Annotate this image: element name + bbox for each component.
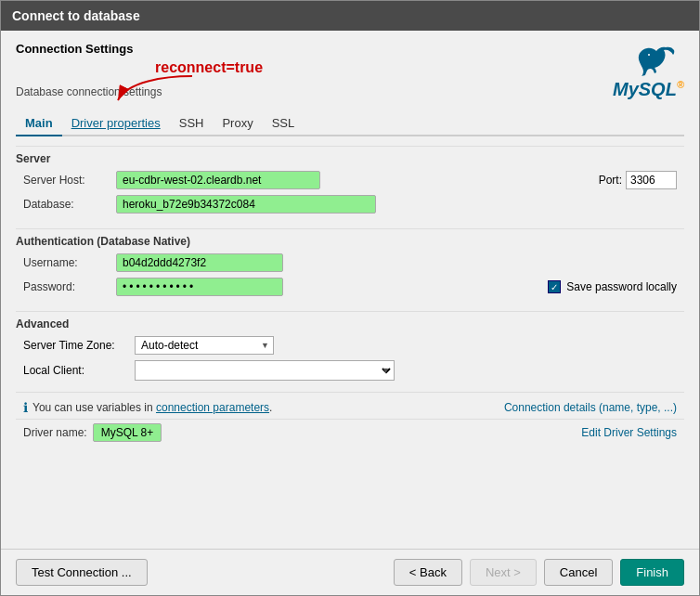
server-host-input[interactable]	[116, 171, 320, 189]
tab-ssh[interactable]: SSH	[170, 111, 214, 136]
tab-proxy[interactable]: Proxy	[213, 111, 262, 136]
database-label: Database:	[23, 198, 116, 211]
back-button[interactable]: < Back	[394, 559, 462, 586]
local-client-dropdown[interactable]	[135, 360, 395, 381]
local-client-dropdown-wrapper	[135, 360, 395, 381]
mysql-logo: MySQL®	[613, 42, 684, 100]
title-bar: Connect to database	[1, 1, 699, 31]
driver-row: Driver name: MySQL 8+ Edit Driver Settin…	[16, 419, 684, 446]
password-label: Password:	[23, 280, 116, 293]
server-host-label: Server Host:	[23, 174, 116, 187]
database-input[interactable]	[116, 195, 376, 214]
database-row: Database:	[16, 195, 684, 214]
advanced-section: Advanced Server Time Zone: Auto-detect L…	[16, 311, 684, 386]
password-input[interactable]	[116, 278, 283, 296]
username-label: Username:	[23, 256, 116, 269]
connection-settings-title: Connection Settings	[16, 42, 613, 56]
save-password-group: ✓ Save password locally	[548, 280, 677, 293]
save-password-label: Save password locally	[566, 280, 677, 293]
tab-driver-properties[interactable]: Driver properties	[62, 111, 170, 136]
test-connection-button[interactable]: Test Connection ...	[16, 559, 148, 586]
window-title: Connect to database	[12, 8, 140, 23]
local-client-row: Local Client:	[16, 360, 684, 381]
connect-to-database-window: Connect to database Connection Settings …	[0, 0, 700, 596]
local-client-label: Local Client:	[23, 364, 135, 377]
edit-driver-link[interactable]: Edit Driver Settings	[581, 426, 677, 439]
info-icon: ℹ	[23, 400, 28, 415]
content-area: Connection Settings Database connection …	[1, 31, 699, 549]
port-group: Port:	[599, 171, 677, 189]
server-section: Server Server Host: Port: Database:	[16, 146, 684, 219]
timezone-label: Server Time Zone:	[23, 339, 135, 352]
mysql-dolphin-icon	[629, 45, 681, 79]
annotation-arrow	[109, 72, 183, 110]
password-row: Password: ✓ Save password locally	[16, 278, 684, 296]
tab-ssl[interactable]: SSL	[263, 111, 305, 136]
server-host-row: Server Host: Port:	[16, 171, 684, 189]
advanced-section-title: Advanced	[16, 311, 684, 330]
tabs-bar: Main Driver properties SSH Proxy SSL	[16, 111, 684, 136]
driver-name-label: Driver name:	[23, 426, 87, 439]
auth-section: Authentication (Database Native) Usernam…	[16, 228, 684, 302]
annotation-area: Database connection settings reconnect=t…	[16, 59, 613, 104]
timezone-row: Server Time Zone: Auto-detect	[16, 336, 684, 355]
finish-button[interactable]: Finish	[620, 559, 684, 586]
next-button[interactable]: Next >	[470, 559, 537, 586]
connection-details-link[interactable]: Connection details (name, type, ...)	[504, 401, 677, 414]
tab-main[interactable]: Main	[16, 111, 62, 136]
svg-point-2	[648, 54, 650, 56]
driver-badge: MySQL 8+	[93, 423, 162, 442]
variables-text: You can use variables in connection para…	[32, 401, 272, 414]
save-password-checkbox[interactable]: ✓	[548, 280, 561, 293]
username-row: Username:	[16, 253, 684, 272]
username-input[interactable]	[116, 253, 283, 272]
footer-buttons: Test Connection ... < Back Next > Cancel…	[1, 549, 699, 595]
timezone-dropdown[interactable]: Auto-detect	[135, 336, 274, 355]
variables-row: ℹ You can use variables in connection pa…	[16, 392, 684, 419]
timezone-dropdown-wrapper: Auto-detect	[135, 336, 274, 355]
port-input[interactable]	[626, 171, 677, 189]
left-header: Connection Settings Database connection …	[16, 42, 613, 104]
port-label: Port:	[599, 174, 622, 187]
connection-params-link[interactable]: connection parameters	[156, 401, 269, 414]
server-section-title: Server	[16, 146, 684, 165]
auth-section-title: Authentication (Database Native)	[16, 228, 684, 248]
cancel-button[interactable]: Cancel	[544, 559, 613, 586]
